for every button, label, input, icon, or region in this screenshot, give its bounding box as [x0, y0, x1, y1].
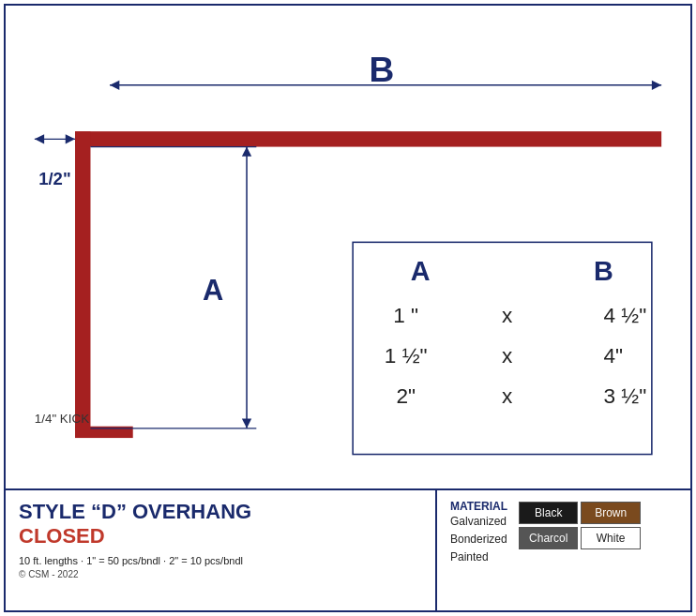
svg-marker-2: [652, 81, 661, 90]
copyright-text: © CSM - 2022: [19, 569, 422, 579]
material-items: Galvanized Bonderized Painted: [450, 513, 507, 567]
color-charcoal: Charcol: [519, 527, 578, 549]
svg-text:x: x: [502, 384, 513, 408]
info-left: STYLE “D” OVERHANG CLOSED 10 ft. lengths…: [6, 490, 437, 610]
material-title: MATERIAL: [450, 500, 507, 513]
table-col-b: B: [594, 256, 613, 286]
color-white: White: [581, 527, 640, 549]
svg-marker-7: [242, 147, 251, 157]
info-bar: STYLE “D” OVERHANG CLOSED 10 ft. lengths…: [6, 488, 690, 610]
top-bar: [75, 131, 661, 146]
kick-label: 1/4" KICK: [35, 412, 89, 426]
svg-text:x: x: [502, 344, 513, 368]
row1-b: 4 ½": [603, 304, 646, 327]
material-item-1: Galvanized: [450, 513, 507, 531]
color-brown: Brown: [581, 502, 640, 524]
svg-marker-5: [66, 134, 75, 143]
material-item-2: Bonderized: [450, 531, 507, 548]
info-right: MATERIAL Galvanized Bonderized Painted B…: [437, 490, 690, 610]
table-col-a: A: [411, 256, 431, 286]
color-black: Black: [519, 502, 578, 524]
row3-a: 2": [396, 384, 416, 408]
row2-a: 1 ½": [385, 344, 428, 368]
material-item-3: Painted: [450, 548, 507, 566]
style-subtitle: CLOSED: [19, 524, 422, 548]
material-label-block: MATERIAL Galvanized Bonderized Painted: [450, 500, 507, 567]
row2-b: 4": [603, 344, 623, 368]
svg-marker-4: [35, 134, 44, 143]
b-label: B: [370, 50, 395, 89]
details-text: 10 ft. lengths · 1" = 50 pcs/bndl · 2" =…: [19, 555, 422, 566]
material-section: MATERIAL Galvanized Bonderized Painted B…: [450, 500, 677, 567]
left-bar: [75, 131, 90, 430]
row1-a: 1 ": [393, 304, 418, 327]
row3-b: 3 ½": [603, 384, 646, 408]
diagram-svg: B 1/2" A 1: [6, 6, 690, 488]
svg-text:x: x: [502, 304, 513, 327]
diagram-area: B 1/2" A 1: [6, 6, 690, 488]
svg-marker-1: [110, 81, 119, 90]
color-grid: Black Brown Charcol White: [519, 502, 641, 549]
a-label: A: [203, 274, 223, 307]
svg-marker-8: [242, 419, 251, 428]
half-inch-label: 1/2": [38, 169, 71, 188]
style-title: STYLE “D” OVERHANG: [19, 500, 422, 524]
outer-border: B 1/2" A 1: [4, 4, 692, 612]
